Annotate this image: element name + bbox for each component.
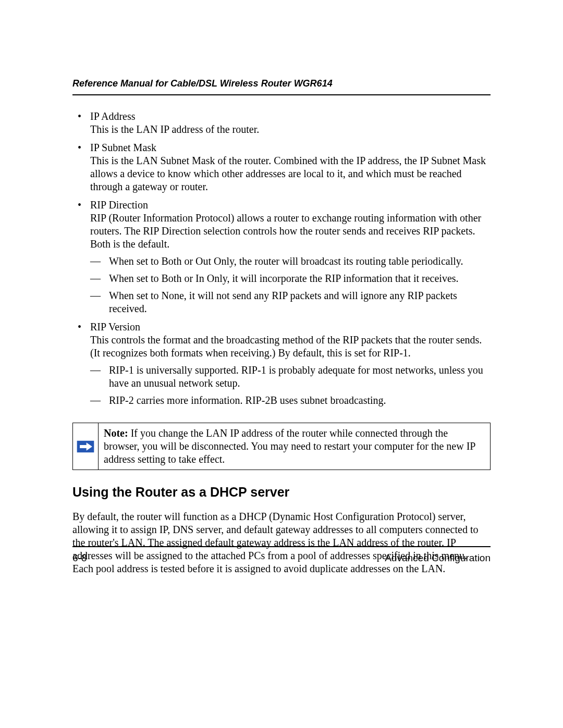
dash-list: RIP-1 is universally supported. RIP-1 is… (90, 364, 491, 407)
note-callout: Note: If you change the LAN IP address o… (72, 423, 491, 470)
item-desc: This is the LAN IP address of the router… (90, 124, 259, 135)
bullet-list: IP Address This is the LAN IP address of… (72, 110, 491, 407)
dash-item: When set to Both or In Only, it will inc… (90, 272, 491, 285)
dash-item: RIP-2 carries more information. RIP-2B u… (90, 394, 491, 407)
item-desc: RIP (Router Information Protocol) allows… (90, 212, 481, 250)
dash-item: RIP-1 is universally supported. RIP-1 is… (90, 364, 491, 390)
section-body: By default, the router will function as … (72, 510, 491, 575)
list-item: RIP Version This controls the format and… (72, 320, 491, 407)
list-item: RIP Direction RIP (Router Information Pr… (72, 199, 491, 315)
list-item: IP Address This is the LAN IP address of… (72, 110, 491, 136)
document-page: Reference Manual for Cable/DSL Wireless … (0, 0, 563, 728)
item-title: RIP Version (90, 320, 491, 334)
running-header: Reference Manual for Cable/DSL Wireless … (72, 78, 491, 89)
section-heading: Using the Router as a DHCP server (72, 485, 491, 500)
item-title: IP Address (90, 110, 491, 123)
note-body: If you change the LAN IP address of the … (104, 427, 475, 465)
dash-item: When set to None, it will not send any R… (90, 289, 491, 315)
item-title: IP Subnet Mask (90, 141, 491, 154)
dash-item: When set to Both or Out Only, the router… (90, 255, 491, 268)
arrow-icon (77, 440, 94, 453)
note-text: Note: If you change the LAN IP address o… (99, 423, 491, 470)
page-footer: 6-8 Advanced Configuration (72, 546, 491, 564)
item-desc: This controls the format and the broadca… (90, 334, 482, 359)
item-desc: This is the LAN Subnet Mask of the route… (90, 155, 486, 192)
header-rule (72, 94, 491, 95)
page-number: 6-8 (72, 552, 87, 564)
chapter-name: Advanced Configuration (385, 552, 491, 564)
note-label: Note: (104, 427, 128, 439)
dash-list: When set to Both or Out Only, the router… (90, 255, 491, 315)
footer-rule (72, 546, 491, 547)
list-item: IP Subnet Mask This is the LAN Subnet Ma… (72, 141, 491, 193)
note-icon-cell (72, 423, 99, 470)
item-title: RIP Direction (90, 199, 491, 212)
